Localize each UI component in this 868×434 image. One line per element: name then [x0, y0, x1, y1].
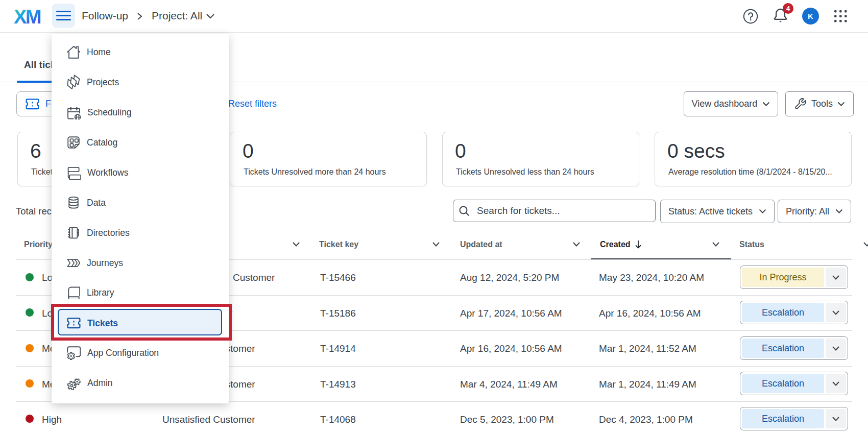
svg-text:XM: XM [14, 7, 41, 26]
